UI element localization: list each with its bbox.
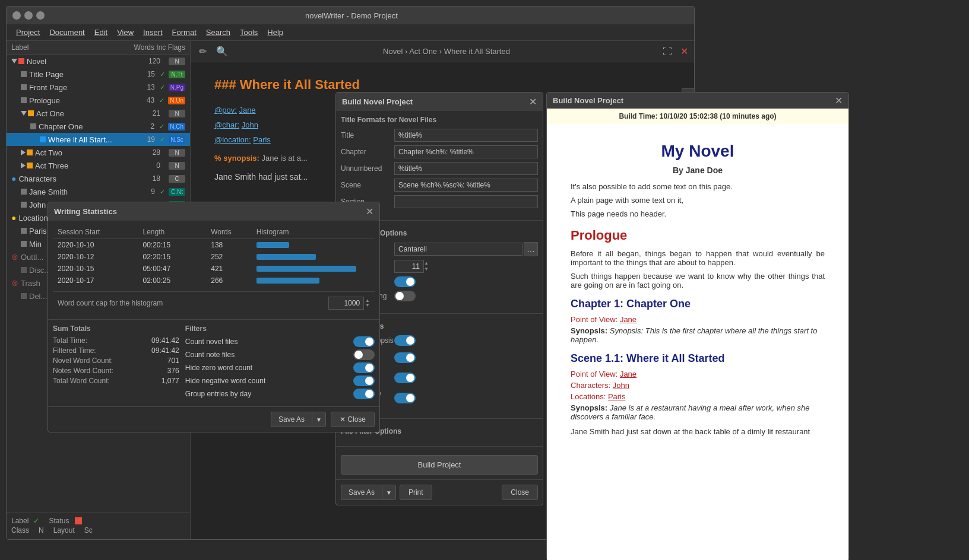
act-three-label: Act Three	[35, 161, 145, 170]
sidebar-item-title-page[interactable]: Title Page 15 ✓ N.Tt	[7, 68, 190, 81]
save-as-dropdown-arrow[interactable]: ▼	[312, 412, 326, 427]
format-section-input[interactable]	[394, 195, 538, 208]
chapter-one-icon	[30, 123, 36, 129]
build-close-icon[interactable]: ✕	[529, 96, 537, 107]
char-link[interactable]: John	[242, 120, 258, 129]
sidebar-item-act-one[interactable]: Act One 21 N	[7, 107, 190, 120]
act-one-icon	[28, 110, 34, 116]
keywords-toggle[interactable]	[394, 373, 416, 383]
writing-stats-title-bar: Writing Statistics ✕	[48, 202, 379, 221]
stats-cap-input[interactable]	[328, 297, 364, 310]
pov-link[interactable]: Jane	[239, 106, 255, 114]
sidebar-item-jane-smith[interactable]: Jane Smith 9 ✓ C.Nt	[7, 185, 190, 198]
act-two-flag: N	[169, 149, 185, 157]
sidebar-item-act-three[interactable]: Act Three 0 N	[7, 159, 190, 172]
save-as-button[interactable]: Save As	[271, 412, 312, 427]
preview-by-line: By Jane Doe	[571, 166, 825, 175]
preview-close-icon[interactable]: ✕	[835, 95, 843, 106]
preview-content[interactable]: My Novel By Jane Doe It's also possible …	[547, 124, 848, 560]
format-scene-input[interactable]	[394, 179, 538, 192]
font-size-input[interactable]	[394, 260, 424, 273]
font-size-down-icon[interactable]: ▼	[424, 266, 429, 272]
preview-chapter-title: Chapter 1: Chapter One	[571, 298, 825, 310]
menu-tools[interactable]: Tools	[235, 26, 262, 39]
sidebar-item-front-page[interactable]: Front Page 13 ✓ N.Pg	[7, 81, 190, 94]
scene-chars-link[interactable]: John	[613, 381, 629, 390]
scene-pov-link[interactable]: Jane	[620, 370, 636, 378]
writing-stats-close-icon[interactable]: ✕	[366, 206, 373, 217]
menu-view[interactable]: View	[112, 26, 138, 39]
menu-insert[interactable]: Insert	[138, 26, 167, 39]
stats-filters-title: Filters	[185, 324, 375, 333]
prologue-count: 43	[140, 96, 154, 104]
notes-words-value: 376	[167, 367, 179, 375]
font-family-input[interactable]	[394, 243, 522, 256]
stats-session-2: 2020-10-15	[58, 265, 142, 273]
cap-down-icon[interactable]: ▼	[365, 303, 370, 308]
menu-help[interactable]: Help	[262, 26, 288, 39]
title-page-check: ✓	[160, 71, 165, 78]
sidebar-item-prologue[interactable]: Prologue 43 ✓ N.Un	[7, 94, 190, 107]
filter-toggle-1[interactable]	[353, 349, 375, 360]
chapter-pov-link[interactable]: Jane	[620, 315, 636, 324]
menu-document[interactable]: Document	[45, 26, 89, 39]
preview-title: Build Novel Project	[553, 96, 623, 105]
filter-toggle-0[interactable]	[353, 336, 375, 347]
filter-label-4: Group entries by day	[185, 390, 353, 398]
justify-toggle[interactable]	[394, 276, 416, 287]
menu-search[interactable]: Search	[201, 26, 235, 39]
stats-filtered-time-row: Filtered Time: 09:41:42	[53, 346, 179, 355]
paris-icon	[21, 228, 27, 234]
sidebar-item-characters[interactable]: ● Characters 18 C	[7, 172, 190, 185]
filter-toggle-4[interactable]	[353, 389, 375, 399]
preview-scene-title: Scene 1.1: Where it All Started	[571, 352, 825, 365]
format-unnumbered-input[interactable]	[394, 162, 538, 175]
char-label: @char:	[214, 120, 239, 129]
maximize-button[interactable]	[24, 11, 33, 20]
edit-icon[interactable]: ✏	[197, 44, 209, 58]
app-close-button[interactable]	[36, 11, 45, 20]
title-page-label: Title Page	[29, 70, 140, 79]
format-chapter-label: Chapter	[341, 148, 394, 156]
body-text-toggle[interactable]	[394, 393, 416, 403]
sidebar-item-chapter-one[interactable]: Chapter One 2 ✓ N.Ch	[7, 120, 190, 133]
location-link[interactable]: Paris	[253, 135, 271, 144]
status-label-key: Label	[11, 517, 28, 525]
sidebar-item-novel[interactable]: Novel 120 N	[7, 55, 190, 68]
stats-hist-3	[256, 278, 370, 284]
disable-styling-toggle[interactable]	[394, 291, 416, 301]
characters-label: Characters	[18, 174, 145, 183]
build-project-button[interactable]: Build Project	[341, 455, 538, 475]
stats-cap-label: Word count cap for the histogram	[58, 299, 328, 307]
filter-toggle-3[interactable]	[353, 376, 375, 386]
writing-stats-close-button[interactable]: ✕ Close	[331, 412, 375, 427]
font-size-up-icon[interactable]: ▲	[424, 260, 429, 266]
menu-format[interactable]: Format	[167, 26, 201, 39]
font-family-more-button[interactable]: …	[524, 242, 538, 256]
scene-chars-label: Characters:	[571, 381, 610, 390]
characters-icon: ●	[11, 174, 16, 183]
minimize-button[interactable]	[12, 11, 21, 20]
title-page-icon	[21, 71, 27, 77]
sidebar-item-act-two[interactable]: Act Two 28 N	[7, 146, 190, 159]
build-print-button[interactable]: Print	[400, 485, 432, 500]
writing-stats-footer: Save As ▼ ✕ Close	[48, 406, 379, 432]
menu-project[interactable]: Project	[11, 26, 45, 39]
expand-editor-icon[interactable]: ⛶	[663, 46, 672, 57]
build-close-button[interactable]: Close	[502, 485, 538, 500]
novel-flag: N	[169, 58, 185, 65]
menu-edit[interactable]: Edit	[90, 26, 112, 39]
stats-row-3: 2020-10-17 02:00:25 266	[53, 275, 375, 287]
synopsis-toggle[interactable]	[394, 335, 416, 346]
build-save-as-arrow[interactable]: ▼	[382, 485, 396, 500]
search-icon[interactable]: 🔍	[214, 44, 230, 58]
scene-locs-link[interactable]: Paris	[608, 392, 626, 401]
sidebar-item-where-started[interactable]: Where it All Start... 19 ✓ N.Sc	[7, 133, 190, 146]
preview-plain1: It's also possible to add some text on t…	[571, 182, 825, 191]
build-save-as-button[interactable]: Save As	[341, 485, 382, 500]
close-editor-icon[interactable]: ✕	[680, 46, 688, 57]
comments-toggle[interactable]	[394, 352, 416, 363]
format-title-input[interactable]	[394, 129, 538, 142]
format-chapter-input[interactable]	[394, 145, 538, 158]
filter-toggle-2[interactable]	[353, 362, 375, 373]
